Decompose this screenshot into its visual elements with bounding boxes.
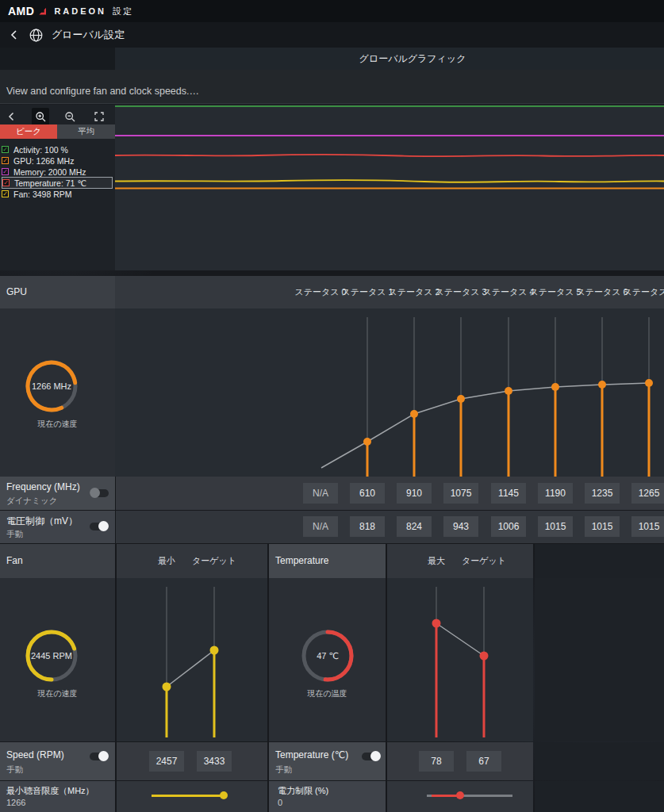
frequency-toggle[interactable] (90, 489, 109, 497)
gpu-state-6-handle[interactable] (598, 381, 606, 389)
fan-min-value[interactable]: 2457 (149, 751, 184, 772)
temperature-columns-header: 最大 ターゲット (387, 544, 533, 578)
fan-col-min: 最小 (158, 544, 175, 578)
voltage-toggle[interactable] (90, 523, 109, 530)
temperature-checkbox-icon[interactable] (2, 179, 10, 186)
temperature-toggle[interactable] (362, 753, 381, 760)
legend-item-fan[interactable]: Fan: 3498 RPM (2, 189, 113, 199)
tab-average[interactable]: 平均 (57, 124, 115, 139)
frequency-row-label: Frequency (MHz) ダイナミック (0, 477, 115, 510)
gpu-curve-chart (115, 308, 664, 477)
fan-speed-row-label: Speed (RPM) 手動 (0, 742, 115, 780)
tab-peak[interactable]: ピーク (0, 124, 57, 139)
temp-col-max: 最大 (428, 544, 445, 578)
temperature-section-label: Temperature (275, 544, 328, 578)
nav-bar: グローバル設定 (0, 22, 664, 48)
fan-min-handle[interactable] (163, 683, 171, 691)
fan-speed-values: 2457 3433 (117, 742, 267, 780)
state-header-7: ステータス 7 (623, 276, 664, 308)
fan-gauge-panel: 2445 RPM 現在の速度 (0, 578, 115, 741)
frequency-value-0[interactable]: N/A (303, 483, 338, 504)
zoom-in-icon[interactable] (32, 108, 49, 125)
temp-target-handle[interactable] (480, 652, 489, 661)
legend-item-gpu[interactable]: GPU: 1266 MHz (2, 155, 113, 166)
gpu-checkbox-icon[interactable] (2, 157, 9, 164)
voltage-value-2[interactable]: 824 (397, 516, 432, 537)
power-limit-slider[interactable] (387, 781, 533, 812)
band-spacer (535, 544, 664, 578)
frequency-value-6[interactable]: 1235 (585, 483, 620, 504)
voltage-mode: 手動 (6, 529, 23, 540)
fan-section-label: Fan (6, 544, 23, 578)
gpu-clock-gauge: 1266 MHz (22, 357, 81, 416)
voltage-value-7[interactable]: 1015 (631, 516, 664, 537)
fan-curve-line (167, 650, 214, 687)
temperature-control-mode: 手動 (275, 764, 292, 776)
page-title: グローバル設定 (52, 28, 125, 42)
acoustic-slider-track (152, 795, 224, 797)
gpu-gauge-panel: 1266 MHz 現在の速度 (0, 308, 115, 477)
frequency-value-4[interactable]: 1145 (491, 483, 526, 504)
tab-global-graphics[interactable]: グローバルグラフィック (359, 48, 466, 70)
power-limit-label: 電力制限 (%) (278, 785, 328, 797)
gpu-state-7-handle[interactable] (645, 379, 653, 387)
gpu-state-5-handle[interactable] (551, 383, 559, 391)
gpu-state-1-handle[interactable] (363, 438, 371, 446)
temperature-row-label: Temperature (℃) 手動 (269, 742, 386, 780)
radeon-settings-window: AMD RADEON 設定 グローバル設定 グローバルグラフィック View a… (0, 0, 664, 812)
back-icon[interactable] (8, 29, 21, 41)
acoustic-slider-handle[interactable] (220, 791, 228, 799)
legend-item-temperature[interactable]: Temperature: 71 ℃ (2, 177, 113, 189)
frequency-value-2[interactable]: 910 (397, 483, 432, 504)
monitor-side-panel: ピーク 平均 Activity: 100 % GPU: 1266 MHz Mem… (0, 105, 115, 270)
zoom-out-icon[interactable] (61, 108, 79, 125)
frequency-value-7[interactable]: 1265 (631, 483, 664, 504)
acoustic-limit-slider[interactable] (117, 781, 267, 812)
page-description: View and configure fan and clock speeds.… (6, 86, 199, 97)
title-bar: AMD RADEON 設定 (0, 0, 664, 22)
curves-spacer (535, 578, 664, 741)
monitor-back-icon[interactable] (3, 108, 21, 125)
temp-max-value[interactable]: 78 (419, 751, 454, 772)
state-header-4: ステータス 4 (482, 276, 534, 308)
state-header-5: ステータス 5 (529, 276, 581, 308)
legend-item-memory[interactable]: Memory: 2000 MHz (2, 167, 113, 177)
voltage-value-5[interactable]: 1015 (538, 516, 573, 537)
fan-speed-label: Speed (RPM) (6, 749, 64, 760)
fan-target-handle[interactable] (210, 646, 219, 655)
radeon-wordmark: RADEON (54, 6, 106, 16)
globe-icon (29, 28, 44, 43)
voltage-value-0[interactable]: N/A (303, 516, 338, 537)
gpu-state-2-handle[interactable] (410, 410, 418, 418)
gpu-state-4-handle[interactable] (505, 387, 512, 395)
temperature-control-label: Temperature (℃) (275, 749, 348, 760)
state-header-1: ステータス 1 (341, 276, 393, 308)
temp-target-value[interactable]: 67 (466, 751, 501, 772)
voltage-value-6[interactable]: 1015 (585, 516, 620, 537)
voltage-value-1[interactable]: 818 (350, 516, 385, 537)
fan-target-value[interactable]: 3433 (197, 751, 232, 772)
gpu-clock-value: 1266 MHz (22, 357, 81, 416)
voltage-value-3[interactable]: 943 (443, 516, 478, 537)
voltage-value-4[interactable]: 1006 (491, 516, 526, 537)
fan-curve-chart (117, 578, 267, 741)
fan-speed-toggle[interactable] (90, 753, 109, 760)
acoustic-limit-label-panel: 最小聴音限度（MHz） 1266 (0, 781, 115, 812)
power-slider-handle[interactable] (456, 791, 464, 799)
voltage-values-row: N/A 818 824 943 1006 1015 1015 1015 (116, 511, 664, 543)
legend-label: Temperature: 71 ℃ (14, 178, 86, 188)
description-bar: View and configure fan and clock speeds.… (0, 70, 664, 104)
frequency-value-5[interactable]: 1190 (538, 483, 573, 504)
frequency-value-1[interactable]: 610 (350, 483, 385, 504)
monitor-history-chart[interactable] (115, 105, 664, 270)
fan-checkbox-icon[interactable] (2, 190, 9, 197)
reset-view-icon[interactable] (90, 108, 108, 125)
temperature-gauge-panel: 47 ℃ 現在の温度 (269, 578, 386, 741)
activity-checkbox-icon[interactable] (2, 146, 9, 153)
frequency-value-3[interactable]: 1075 (443, 483, 478, 504)
memory-checkbox-icon[interactable] (2, 168, 9, 175)
temp-max-handle[interactable] (432, 619, 441, 628)
gpu-state-3-handle[interactable] (457, 395, 465, 403)
legend-item-activity[interactable]: Activity: 100 % (2, 144, 113, 155)
temperature-value: 47 ℃ (298, 626, 357, 685)
